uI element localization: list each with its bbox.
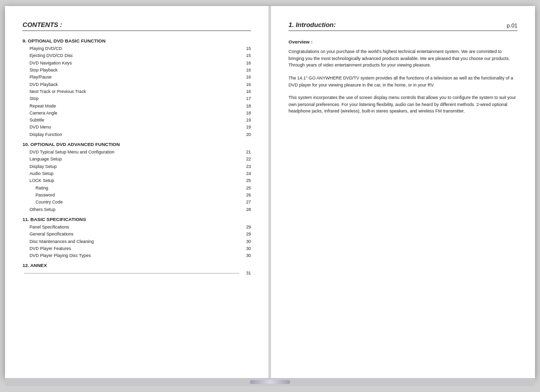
toc-item: DVD Player Features30: [22, 246, 251, 252]
toc-label: DVD Player Playing Disc Types: [22, 252, 91, 258]
intro-paragraphs: Congratulations on your purchase of the …: [288, 48, 518, 115]
section-heading-section10: 10. OPTIONAL DVD ADVANCED FUNCTION: [22, 142, 251, 147]
toc-label: Stop Playback: [22, 67, 90, 73]
toc-label: LOCK Setup: [22, 178, 90, 184]
toc-item: Password26: [22, 192, 251, 198]
toc-item: DVD Playback16: [22, 82, 251, 88]
toc-label: Country Code: [22, 199, 96, 205]
toc-page: 18: [241, 103, 251, 109]
toc-item: Stop17: [22, 96, 251, 102]
toc-label: Display Function: [22, 132, 90, 138]
toc-label: Language Setup: [22, 156, 90, 162]
toc-item: Others Setup28: [22, 206, 251, 212]
toc-item: LOCK Setup25: [22, 178, 251, 184]
left-page-header: CONTENTS :: [22, 21, 251, 31]
toc-label: Camera Angle: [22, 110, 90, 116]
toc-item: Playing DVD/CD15: [22, 46, 251, 52]
toc-label: DVD Menu: [22, 124, 90, 130]
toc-item: Camera Angle18: [22, 110, 251, 116]
toc-page: 22: [241, 156, 251, 162]
toc-label: Play/Pause: [22, 74, 90, 80]
toc-page: 16: [241, 60, 251, 66]
toc-item: Display Function20: [22, 132, 251, 138]
toc-label: Audio Setup: [22, 170, 90, 176]
toc-page: 30: [241, 246, 251, 252]
toc-page: 16: [241, 67, 251, 73]
toc-label: DVD Navigation Keys: [22, 60, 90, 66]
toc-page: 30: [241, 252, 251, 258]
toc-page: 24: [241, 170, 251, 176]
toc-label: DVD Typical Setup Menu and Configuration: [22, 149, 114, 155]
toc-label: Disc Maintenances and Cleaning: [22, 238, 94, 244]
toc-label: DVD Playback: [22, 82, 90, 88]
toc-page: 25: [241, 185, 251, 191]
toc-label: Stop: [22, 96, 90, 102]
toc-page: 31: [241, 270, 251, 276]
toc-page: 20: [241, 132, 251, 138]
toc-item: Repeat Mode18: [22, 103, 251, 109]
intro-paragraph: This system incorporates the use of scre…: [288, 94, 518, 115]
toc-label: Ejecting DVD/CD Disc: [22, 52, 90, 58]
toc-page: 28: [241, 206, 251, 212]
toc-label: Panel Specifications: [22, 224, 90, 230]
toc-label: Password: [22, 192, 96, 198]
toc-label: Playing DVD/CD: [22, 46, 90, 52]
toc-label: Others Setup: [22, 206, 90, 212]
toc-item: Next Track or Previous Track16: [22, 88, 251, 94]
section-heading-section9: 9. OPTIONAL DVD BASIC FUNCTION: [22, 38, 251, 44]
toc-page: 29: [241, 231, 251, 237]
toc-page: 17: [241, 96, 251, 102]
toc-label: Repeat Mode: [22, 103, 90, 109]
section-heading-section12: 12. ANNEX: [22, 262, 251, 268]
toc-item: Panel Specifications29: [22, 224, 251, 230]
toc-item: Rating25: [22, 185, 251, 191]
toc-page: 18: [241, 110, 251, 116]
toc-label: DVD Player Features: [22, 246, 90, 252]
toc-item: Audio Setup24: [22, 170, 251, 176]
toc-page: 26: [241, 192, 251, 198]
intro-paragraph: The 14.1" GO ANYWHERE DVD/TV system prov…: [288, 75, 518, 88]
toc-item: DVD Typical Setup Menu and Configuration…: [22, 149, 251, 155]
toc-item: General Specifications29: [22, 231, 251, 237]
toc-page: 16: [241, 82, 251, 88]
toc-page: 15: [241, 52, 251, 58]
toc-item: DVD Player Playing Disc Types30: [22, 252, 251, 258]
toc-page: 19: [241, 124, 251, 130]
right-page: 1. Introduction: p.01 Overview : Congrat…: [271, 6, 535, 378]
toc-page: 16: [241, 88, 251, 94]
toc-label: Next Track or Previous Track: [22, 88, 90, 94]
toc-page: 16: [241, 74, 251, 80]
toc-item: Stop Playback16: [22, 67, 251, 73]
toc-label: Subtitle: [22, 117, 90, 123]
toc-label: Display Setup: [22, 164, 90, 170]
toc-page: 23: [241, 164, 251, 170]
toc-item: DVD Menu19: [22, 124, 251, 130]
right-page-header: 1. Introduction: p.01: [288, 21, 518, 31]
toc-item: Subtitle19: [22, 117, 251, 123]
toc-page: 15: [241, 46, 251, 52]
toc-item: Ejecting DVD/CD Disc15: [22, 52, 251, 58]
toc-item: Play/Pause16: [22, 74, 251, 80]
toc-page: 30: [241, 238, 251, 244]
toc-page: 25: [241, 178, 251, 184]
toc-page: 19: [241, 117, 251, 123]
toc-item: Language Setup22: [22, 156, 251, 162]
section-heading-section11: 11. BASIC SPECIFICATIONS: [22, 216, 251, 222]
toc-page: 27: [241, 199, 251, 205]
toc-label: General Specifications: [22, 231, 90, 237]
toc-page: 21: [241, 149, 251, 155]
toc-item: Disc Maintenances and Cleaning30: [22, 238, 251, 244]
toc-item: Country Code27: [22, 199, 251, 205]
toc-dots: [24, 273, 239, 274]
left-page: CONTENTS : 9. OPTIONAL DVD BASIC FUNCTIO…: [5, 6, 269, 378]
toc-page: 29: [241, 224, 251, 230]
page-number: p.01: [507, 22, 518, 28]
toc-item: Display Setup23: [22, 164, 251, 170]
chapter-title: 1. Introduction:: [288, 21, 336, 28]
overview-heading: Overview :: [288, 39, 518, 44]
toc-container: 9. OPTIONAL DVD BASIC FUNCTIONPlaying DV…: [22, 38, 251, 276]
bottom-decoration: [250, 380, 290, 384]
toc-item: 31: [22, 270, 251, 276]
toc-item: DVD Navigation Keys16: [22, 60, 251, 66]
toc-label: Rating: [22, 185, 96, 191]
